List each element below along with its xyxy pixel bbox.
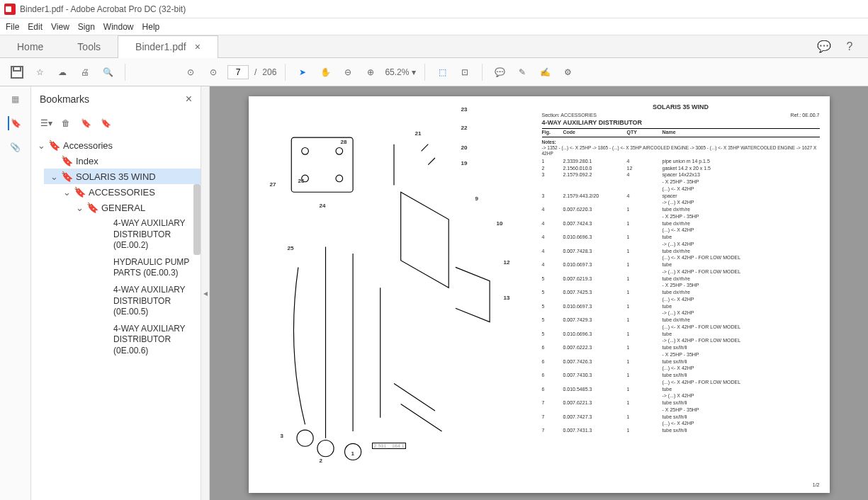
zoom-out-icon[interactable]: ⊖: [339, 64, 356, 81]
tab-close-icon[interactable]: ×: [195, 41, 201, 52]
table-row: (...) <- X 42HP - FOR LOW MODEL: [542, 379, 820, 386]
page-up-icon[interactable]: ⊙: [182, 64, 199, 81]
table-row: 12.3339.280.14pipe union m 14 p.1.5: [542, 158, 820, 165]
tab-bar: Home Tools Binder1.pdf × 💬 ?: [0, 35, 868, 58]
table-row: (...) <- X 42HP - FOR LOW MODEL: [542, 255, 820, 262]
svg-point-8: [317, 441, 333, 457]
find-bookmark-icon[interactable]: 🔖: [99, 117, 112, 130]
table-row: -> (...) X 42HP: [542, 241, 820, 248]
table-row: 50.007.6219.31tube dx/rh/re: [542, 275, 820, 283]
cloud-icon[interactable]: ☁: [54, 64, 71, 81]
tree-leaf[interactable]: 4-WAY AUXILIARY DISTRIBUTOR (0E.00.2): [94, 215, 201, 254]
help-icon[interactable]: ?: [842, 40, 857, 54]
menu-edit[interactable]: Edit: [28, 22, 43, 32]
collapse-handle[interactable]: ◂: [201, 86, 210, 500]
table-row: 50.007.7429.31tube dx/rh/re: [542, 317, 820, 324]
document-area[interactable]: 2 531 _ 184 1 23 22 21 20 19 28 9 10 12 …: [210, 86, 868, 500]
bookmarks-icon[interactable]: 🔖: [8, 116, 22, 130]
fit-page-icon[interactable]: ⊡: [456, 64, 473, 81]
table-row: 32.1579.443.2/204spacer: [542, 193, 820, 200]
delete-icon[interactable]: 🗑: [60, 117, 72, 130]
tree-index[interactable]: 🔖Index: [44, 153, 201, 169]
tree-leaf[interactable]: 4-WAY AUXILIARY DISTRIBUTOR (0E.00.5): [94, 282, 201, 321]
svg-point-6: [335, 175, 342, 182]
tree-solaris[interactable]: ⌄🔖SOLARIS 35 WIND: [44, 169, 201, 184]
zoom-in-icon[interactable]: ⊕: [362, 64, 379, 81]
tree-general[interactable]: ⌄🔖GENERAL: [69, 200, 201, 215]
menu-view[interactable]: View: [51, 22, 69, 32]
svg-point-7: [296, 430, 312, 446]
highlight-icon[interactable]: ✎: [514, 64, 531, 81]
table-row: -> (...) X 42HP: [542, 310, 820, 317]
diagram-tag: 2 531 _ 184 1: [372, 443, 407, 449]
table-row: (...) <- X 42HP: [542, 365, 820, 373]
menu-help[interactable]: Help: [142, 22, 160, 32]
title-bar: Binder1.pdf - Adobe Acrobat Pro DC (32-b…: [0, 0, 868, 18]
select-icon[interactable]: ➤: [294, 64, 311, 81]
doc-title: SOLARIS 35 WIND: [542, 103, 820, 111]
table-row: -> (...) X 42HP - FOR LOW MODEL: [542, 268, 820, 275]
svg-point-3: [301, 148, 308, 155]
pdf-page: 2 531 _ 184 1 23 22 21 20 19 28 9 10 12 …: [249, 96, 830, 493]
bookmarks-tree[interactable]: ⌄🔖Accessories 🔖Index ⌄🔖SOLARIS 35 WIND ⌄…: [31, 135, 201, 500]
menu-bar: File Edit View Sign Window Help: [0, 18, 868, 35]
diagram: 2 531 _ 184 1 23 22 21 20 19 28 9 10 12 …: [249, 96, 539, 493]
more-tools-icon[interactable]: ⚙: [559, 64, 576, 81]
new-bookmark-icon[interactable]: 🔖: [79, 117, 92, 130]
table-row: 60.010.5485.31tube: [542, 386, 820, 393]
attachments-icon[interactable]: 📎: [9, 140, 23, 154]
search-icon[interactable]: 🔍: [99, 64, 116, 81]
page-down-icon[interactable]: ⊙: [205, 64, 222, 81]
table-row: (...) <- X 42HP: [542, 421, 820, 428]
table-row: - X 25HP - 35HP: [542, 213, 820, 220]
bookmarks-title: Bookmarks: [40, 93, 89, 105]
scrollbar[interactable]: [193, 184, 201, 255]
table-row: -> (...) X 42HP - FOR LOW MODEL: [542, 338, 820, 345]
table-row: -> (...) X 42HP: [542, 393, 820, 400]
zoom-select[interactable]: 65.2% ▾: [385, 67, 416, 77]
table-row: (...) <- X 42HP - FOR LOW MODEL: [542, 324, 820, 331]
menu-sign[interactable]: Sign: [78, 22, 95, 32]
star-icon[interactable]: ☆: [31, 64, 48, 81]
bookmarks-panel: Bookmarks × ☰▾ 🗑 🔖 🔖 ⌄🔖Accessories 🔖Inde…: [31, 86, 201, 500]
svg-point-4: [335, 148, 342, 155]
table-row: 40.007.7428.31tube dx/rh/re: [542, 248, 820, 255]
tab-document[interactable]: Binder1.pdf ×: [118, 35, 218, 58]
table-row: 50.010.6697.31tube: [542, 303, 820, 310]
table-row: -> (...) X 42HP: [542, 200, 820, 207]
tab-tools[interactable]: Tools: [60, 35, 118, 58]
thumbnails-icon[interactable]: ▦: [9, 92, 23, 106]
acrobat-icon: [4, 4, 16, 15]
tree-leaf[interactable]: 4-WAY AUXILIARY DISTRIBUTOR (0E.00.6): [94, 321, 201, 360]
table-row: 40.007.6220.31tube dx/rh/re: [542, 207, 820, 214]
save-icon[interactable]: [9, 64, 26, 81]
table-row: - X 25HP - 35HP: [542, 407, 820, 414]
page-input[interactable]: [227, 65, 249, 79]
table-row: 40.010.6696.31tube: [542, 234, 820, 242]
page-number: 1/2: [813, 482, 820, 489]
tree-root[interactable]: ⌄🔖Accessories: [31, 137, 201, 153]
tab-home[interactable]: Home: [0, 35, 60, 58]
options-icon[interactable]: ☰▾: [40, 117, 52, 130]
table-row: 70.007.7431.31tube sx/lh/li: [542, 428, 820, 435]
sign-icon[interactable]: ✍: [536, 64, 553, 81]
hand-icon[interactable]: ✋: [317, 64, 334, 81]
tree-accessories[interactable]: ⌄🔖ACCESSORIES: [57, 184, 201, 200]
page-sep: /: [254, 67, 257, 77]
menu-file[interactable]: File: [6, 22, 19, 32]
table-row: - X 25HP - 35HP: [542, 283, 820, 290]
fit-width-icon[interactable]: ⬚: [434, 64, 451, 81]
menu-window[interactable]: Window: [103, 22, 134, 32]
table-row: (...) <- X 42HP: [542, 186, 820, 193]
close-panel-icon[interactable]: ×: [186, 93, 192, 106]
comment-icon[interactable]: 💬: [817, 40, 831, 54]
table-row: 40.007.7424.31tube dx/rh/re: [542, 220, 820, 227]
print-icon[interactable]: 🖨: [77, 64, 94, 81]
table-row: 70.007.7427.31tube sx/lh/li: [542, 414, 820, 421]
sticky-note-icon[interactable]: 💬: [491, 64, 508, 81]
table-row: 50.010.6696.31tube: [542, 331, 820, 338]
tree-leaf[interactable]: HYDRAULIC PUMP PARTS (0E.00.3): [94, 254, 201, 282]
page-total: 206: [262, 67, 276, 77]
table-row: (...) <- X 42HP: [542, 296, 820, 303]
doc-heading: 4-WAY AUXILIARY DISTRIBUTOR: [542, 119, 820, 127]
